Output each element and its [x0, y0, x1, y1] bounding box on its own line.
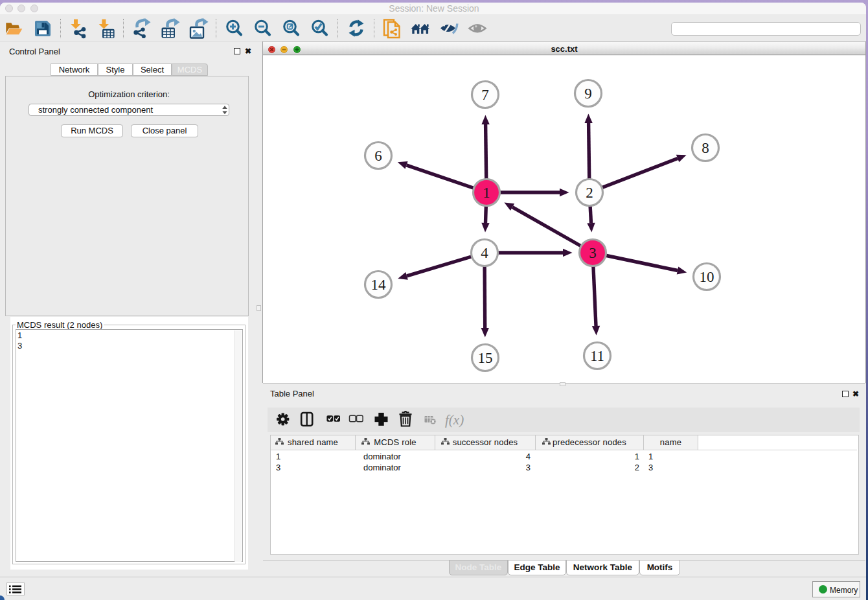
svg-text:11: 11 — [590, 348, 604, 364]
svg-text:14: 14 — [371, 277, 387, 293]
svg-text:7: 7 — [481, 87, 489, 103]
svg-text:1: 1 — [483, 185, 490, 201]
svg-text:9: 9 — [584, 86, 592, 102]
svg-text:15: 15 — [478, 350, 493, 366]
svg-text:10: 10 — [700, 269, 714, 285]
svg-text:2: 2 — [586, 185, 593, 201]
svg-text:f(x): f(x) — [445, 412, 464, 428]
svg-text:6: 6 — [374, 148, 382, 164]
svg-text:4: 4 — [481, 245, 488, 261]
svg-text:3: 3 — [589, 245, 597, 261]
svg-text:8: 8 — [702, 140, 709, 156]
